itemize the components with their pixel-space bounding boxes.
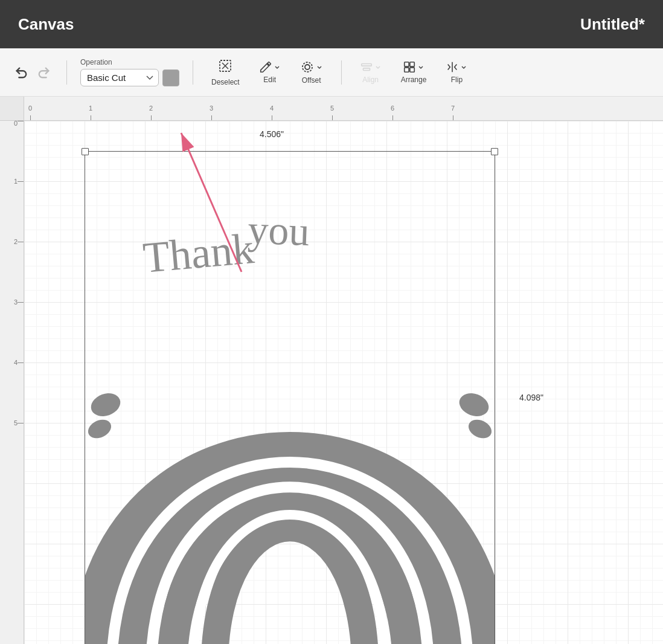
- operation-section: Operation Basic Cut Draw Score Engrave D…: [80, 58, 179, 86]
- redo-button[interactable]: [35, 63, 53, 82]
- height-dimension: 4.098": [519, 393, 543, 402]
- ruler-h-1: 1: [89, 105, 92, 112]
- svg-text:you: you: [247, 207, 310, 255]
- flip-button[interactable]: Flip: [441, 58, 472, 86]
- deselect-icon: [218, 59, 232, 76]
- ruler-h-3: 3: [210, 105, 213, 112]
- ruler-left: 0 1 2 3 4 5: [0, 97, 24, 644]
- canvas-title: Canvas: [18, 15, 74, 34]
- flip-label: Flip: [451, 76, 463, 84]
- rainbow-svg: Thank you: [85, 151, 495, 644]
- toolbar: Operation Basic Cut Draw Score Engrave D…: [0, 48, 663, 97]
- document-title: Untitled*: [580, 15, 645, 34]
- svg-rect-8: [410, 68, 414, 72]
- deselect-button[interactable]: Deselect: [207, 56, 245, 89]
- offset-button[interactable]: Offset: [295, 57, 328, 87]
- undo-button[interactable]: [12, 63, 30, 82]
- svg-rect-6: [410, 62, 414, 66]
- ruler-corner: [0, 97, 24, 121]
- app-header: Canvas Untitled*: [0, 0, 663, 48]
- design-canvas[interactable]: Thank you 4.506" 4.: [24, 121, 663, 644]
- ruler-h-6: 6: [391, 105, 394, 112]
- ruler-top: 0 1 2 3 4 5 6 7: [24, 97, 663, 121]
- arrange-icon: [403, 60, 424, 74]
- svg-rect-5: [405, 62, 409, 66]
- svg-rect-4: [363, 68, 370, 71]
- ruler-h-5: 5: [330, 105, 334, 112]
- undo-redo-group: [12, 63, 53, 82]
- svg-point-12: [456, 390, 492, 420]
- arrange-label: Arrange: [401, 76, 427, 84]
- arrange-button[interactable]: Arrange: [396, 58, 432, 86]
- edit-button[interactable]: Edit: [254, 58, 286, 86]
- operation-select[interactable]: Basic Cut Draw Score Engrave Deboss Wave: [80, 69, 159, 86]
- divider-2: [193, 60, 193, 85]
- edit-icon: [259, 60, 281, 74]
- operation-row: Basic Cut Draw Score Engrave Deboss Wave: [80, 69, 179, 86]
- divider-3: [341, 60, 342, 85]
- deselect-label: Deselect: [211, 78, 240, 86]
- svg-point-14: [466, 416, 495, 442]
- flip-icon: [446, 60, 467, 74]
- ruler-h-7: 7: [451, 105, 455, 112]
- offset-label: Offset: [302, 76, 321, 85]
- svg-rect-7: [405, 68, 409, 72]
- ruler-h-2: 2: [149, 105, 153, 112]
- color-swatch[interactable]: [162, 69, 179, 86]
- offset-icon: [300, 60, 323, 74]
- svg-point-11: [88, 390, 123, 420]
- svg-text:Thank: Thank: [141, 224, 256, 282]
- svg-point-2: [305, 65, 310, 69]
- svg-point-1: [303, 62, 312, 72]
- design-object[interactable]: Thank you: [85, 151, 495, 644]
- svg-point-13: [85, 416, 114, 442]
- canvas-area: 0 1 2 3 4 5 0 1 2 3 4 5: [0, 97, 663, 644]
- svg-rect-3: [361, 64, 371, 66]
- align-label: Align: [362, 76, 379, 84]
- edit-label: Edit: [263, 76, 276, 84]
- align-icon: [360, 60, 382, 74]
- align-button: Align: [355, 58, 386, 86]
- width-dimension: 4.506": [260, 129, 284, 139]
- operation-label: Operation: [80, 58, 112, 66]
- divider-1: [66, 60, 67, 85]
- ruler-h-0: 0: [28, 105, 32, 112]
- ruler-h-4: 4: [270, 105, 274, 112]
- canvas-with-ruler: 0 1 2 3 4 5 6 7: [24, 97, 663, 644]
